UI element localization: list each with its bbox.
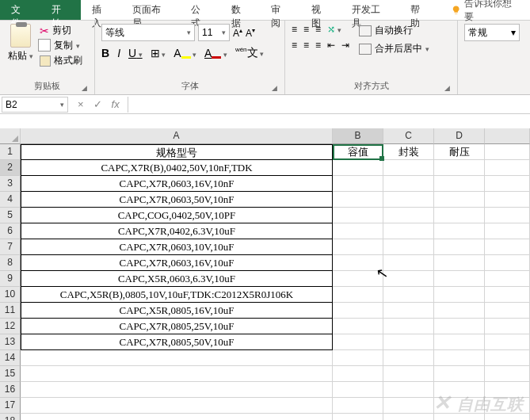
cell[interactable] — [485, 334, 530, 350]
cell[interactable] — [485, 160, 530, 176]
row-header[interactable]: 9 — [0, 271, 21, 287]
format-painter-button[interactable]: 格式刷 — [40, 54, 82, 67]
cell[interactable] — [383, 414, 434, 420]
bold-button[interactable]: B — [101, 47, 109, 59]
cell[interactable]: CAPC,X7R,0603,50V,10nF — [21, 192, 333, 208]
cell[interactable] — [434, 239, 485, 255]
cell[interactable] — [333, 223, 383, 239]
cell[interactable] — [485, 350, 530, 366]
align-center-icon[interactable]: ≡ — [303, 40, 309, 51]
enter-icon[interactable]: ✓ — [93, 98, 102, 110]
cell[interactable] — [434, 287, 485, 303]
cell[interactable] — [383, 350, 434, 366]
cell[interactable] — [383, 223, 434, 239]
row-header[interactable]: 14 — [0, 350, 21, 366]
underline-button[interactable]: U — [128, 47, 143, 59]
cell[interactable] — [485, 366, 530, 382]
cell[interactable] — [434, 192, 485, 208]
col-header-A[interactable]: A — [21, 128, 333, 144]
cell[interactable]: CAPC,X7R,0603,10V,10uF — [21, 239, 333, 255]
row-header[interactable]: 17 — [0, 398, 21, 414]
copy-button[interactable]: 复制 — [40, 39, 82, 52]
col-header-C[interactable]: C — [383, 128, 434, 144]
cell[interactable] — [485, 223, 530, 239]
tab-help[interactable]: 帮助 — [399, 0, 440, 20]
cell[interactable] — [383, 382, 434, 398]
cell[interactable] — [383, 287, 434, 303]
align-right-icon[interactable]: ≡ — [315, 40, 321, 51]
row-header[interactable]: 15 — [0, 366, 21, 382]
tab-data[interactable]: 数据 — [220, 0, 261, 20]
spreadsheet-grid[interactable]: A B C D 1规格型号容值封装耐压2CAPC,X7R(B),0402,50V… — [0, 128, 530, 420]
cell[interactable] — [333, 160, 383, 176]
cell[interactable]: CAPC,X7R,0603,16V,10nF — [21, 176, 333, 192]
fx-icon[interactable]: fx — [112, 98, 120, 110]
row-header[interactable]: 6 — [0, 223, 21, 239]
cell[interactable] — [434, 208, 485, 223]
tab-insert[interactable]: 插入 — [81, 0, 121, 20]
font-size-combo[interactable]: 11▾ — [198, 24, 230, 41]
row-header[interactable]: 5 — [0, 208, 21, 223]
col-header-D[interactable]: D — [434, 128, 485, 144]
cell[interactable] — [333, 303, 383, 319]
row-header[interactable]: 1 — [0, 144, 21, 160]
cell[interactable]: CAPC,COG,0402,50V,10PF — [21, 208, 333, 223]
cell[interactable] — [434, 160, 485, 176]
font-color-button[interactable]: A — [204, 47, 227, 59]
align-top-icon[interactable]: ≡ — [292, 24, 297, 35]
cell[interactable] — [333, 319, 383, 334]
cell[interactable] — [21, 366, 333, 382]
cancel-icon[interactable]: × — [78, 98, 84, 110]
cell[interactable] — [434, 255, 485, 271]
cell[interactable] — [434, 223, 485, 239]
cell[interactable]: 耐压 — [434, 144, 485, 160]
row-header[interactable]: 13 — [0, 334, 21, 350]
cell[interactable] — [485, 319, 530, 334]
cell[interactable] — [434, 303, 485, 319]
cell[interactable] — [21, 414, 333, 420]
italic-button[interactable]: I — [117, 47, 120, 59]
cell[interactable]: CAPC,X7R(B),0402,50V,10nF,TDK — [21, 160, 333, 176]
clipboard-launcher-icon[interactable]: ◢ — [80, 84, 88, 92]
increase-indent-icon[interactable]: ⇥ — [341, 40, 349, 51]
decrease-font-icon[interactable]: A▾ — [246, 27, 255, 39]
name-box[interactable]: B2▾ — [2, 97, 68, 113]
tab-formulas[interactable]: 公式 — [180, 0, 220, 20]
cell[interactable] — [333, 176, 383, 192]
cell[interactable] — [383, 334, 434, 350]
row-header[interactable]: 11 — [0, 303, 21, 319]
cell[interactable]: CAPC,X5R(B),0805,10V,10uF,TDK:C2012X5R0J… — [21, 287, 333, 303]
number-format-combo[interactable]: 常规▾ — [464, 24, 520, 41]
cell[interactable]: CAPC,X5R,0603,6.3V,10uF — [21, 271, 333, 287]
cell[interactable] — [434, 350, 485, 366]
row-header[interactable]: 16 — [0, 382, 21, 398]
cell[interactable] — [434, 176, 485, 192]
cell[interactable] — [485, 239, 530, 255]
cell[interactable] — [383, 160, 434, 176]
cell[interactable] — [383, 208, 434, 223]
cell[interactable] — [434, 366, 485, 382]
tab-developer[interactable]: 开发工具 — [341, 0, 399, 20]
merge-center-button[interactable]: 合并后居中 — [359, 42, 429, 55]
cell[interactable] — [485, 208, 530, 223]
row-header[interactable]: 2 — [0, 160, 21, 176]
cell[interactable]: CAPC,X7R,0603,16V,10uF — [21, 255, 333, 271]
cut-button[interactable]: ✂剪切 — [40, 24, 82, 37]
cell[interactable] — [383, 319, 434, 334]
cell[interactable] — [333, 208, 383, 223]
cell[interactable] — [383, 271, 434, 287]
cell[interactable] — [333, 398, 383, 414]
fill-color-button[interactable]: A — [173, 47, 196, 59]
row-header[interactable]: 7 — [0, 239, 21, 255]
cell[interactable] — [21, 382, 333, 398]
cell[interactable]: 封装 — [383, 144, 434, 160]
col-header-B[interactable]: B — [333, 128, 383, 144]
cell[interactable] — [333, 192, 383, 208]
cell[interactable] — [383, 176, 434, 192]
cell[interactable] — [485, 287, 530, 303]
cell[interactable] — [333, 350, 383, 366]
row-header[interactable]: 10 — [0, 287, 21, 303]
cell[interactable] — [485, 271, 530, 287]
cell[interactable] — [485, 144, 530, 160]
tell-me[interactable]: 告诉我你想要 — [440, 0, 530, 20]
